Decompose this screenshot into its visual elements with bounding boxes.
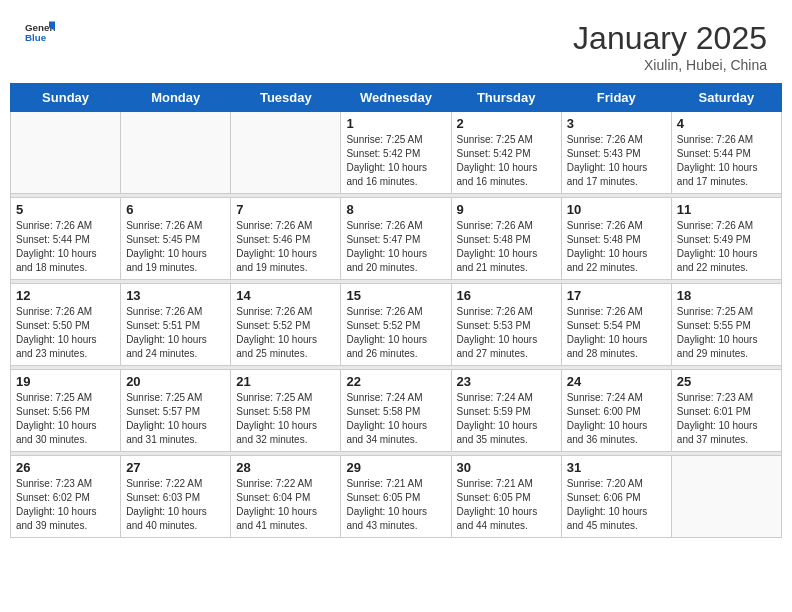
cell-info: Sunrise: 7:26 AM Sunset: 5:51 PM Dayligh… xyxy=(126,305,225,361)
cell-info: Sunrise: 7:25 AM Sunset: 5:55 PM Dayligh… xyxy=(677,305,776,361)
cell-info: Sunrise: 7:20 AM Sunset: 6:06 PM Dayligh… xyxy=(567,477,666,533)
cell-w4-d6: 24Sunrise: 7:24 AM Sunset: 6:00 PM Dayli… xyxy=(561,370,671,452)
cell-info: Sunrise: 7:23 AM Sunset: 6:02 PM Dayligh… xyxy=(16,477,115,533)
day-number: 12 xyxy=(16,288,115,303)
cell-info: Sunrise: 7:24 AM Sunset: 5:58 PM Dayligh… xyxy=(346,391,445,447)
day-number: 3 xyxy=(567,116,666,131)
title-block: January 2025 Xiulin, Hubei, China xyxy=(573,20,767,73)
cell-w4-d3: 21Sunrise: 7:25 AM Sunset: 5:58 PM Dayli… xyxy=(231,370,341,452)
day-number: 24 xyxy=(567,374,666,389)
day-number: 6 xyxy=(126,202,225,217)
day-number: 1 xyxy=(346,116,445,131)
cell-info: Sunrise: 7:26 AM Sunset: 5:48 PM Dayligh… xyxy=(457,219,556,275)
cell-w2-d5: 9Sunrise: 7:26 AM Sunset: 5:48 PM Daylig… xyxy=(451,198,561,280)
week-row-5: 26Sunrise: 7:23 AM Sunset: 6:02 PM Dayli… xyxy=(11,456,782,538)
cell-w1-d7: 4Sunrise: 7:26 AM Sunset: 5:44 PM Daylig… xyxy=(671,112,781,194)
cell-info: Sunrise: 7:26 AM Sunset: 5:44 PM Dayligh… xyxy=(677,133,776,189)
calendar-subtitle: Xiulin, Hubei, China xyxy=(573,57,767,73)
week-row-1: 1Sunrise: 7:25 AM Sunset: 5:42 PM Daylig… xyxy=(11,112,782,194)
cell-info: Sunrise: 7:23 AM Sunset: 6:01 PM Dayligh… xyxy=(677,391,776,447)
cell-w5-d6: 31Sunrise: 7:20 AM Sunset: 6:06 PM Dayli… xyxy=(561,456,671,538)
cell-w2-d2: 6Sunrise: 7:26 AM Sunset: 5:45 PM Daylig… xyxy=(121,198,231,280)
cell-w3-d6: 17Sunrise: 7:26 AM Sunset: 5:54 PM Dayli… xyxy=(561,284,671,366)
page-header: General Blue January 2025 Xiulin, Hubei,… xyxy=(10,10,782,78)
cell-info: Sunrise: 7:26 AM Sunset: 5:53 PM Dayligh… xyxy=(457,305,556,361)
calendar-title: January 2025 xyxy=(573,20,767,57)
cell-info: Sunrise: 7:26 AM Sunset: 5:54 PM Dayligh… xyxy=(567,305,666,361)
cell-info: Sunrise: 7:26 AM Sunset: 5:44 PM Dayligh… xyxy=(16,219,115,275)
day-number: 21 xyxy=(236,374,335,389)
header-sunday: Sunday xyxy=(11,84,121,112)
cell-w4-d1: 19Sunrise: 7:25 AM Sunset: 5:56 PM Dayli… xyxy=(11,370,121,452)
cell-w1-d2 xyxy=(121,112,231,194)
cell-info: Sunrise: 7:24 AM Sunset: 6:00 PM Dayligh… xyxy=(567,391,666,447)
header-friday: Friday xyxy=(561,84,671,112)
cell-w3-d5: 16Sunrise: 7:26 AM Sunset: 5:53 PM Dayli… xyxy=(451,284,561,366)
cell-w5-d4: 29Sunrise: 7:21 AM Sunset: 6:05 PM Dayli… xyxy=(341,456,451,538)
day-number: 5 xyxy=(16,202,115,217)
cell-w4-d7: 25Sunrise: 7:23 AM Sunset: 6:01 PM Dayli… xyxy=(671,370,781,452)
calendar-table: Sunday Monday Tuesday Wednesday Thursday… xyxy=(10,83,782,538)
day-number: 15 xyxy=(346,288,445,303)
cell-w2-d7: 11Sunrise: 7:26 AM Sunset: 5:49 PM Dayli… xyxy=(671,198,781,280)
cell-info: Sunrise: 7:25 AM Sunset: 5:42 PM Dayligh… xyxy=(346,133,445,189)
day-number: 16 xyxy=(457,288,556,303)
cell-info: Sunrise: 7:26 AM Sunset: 5:52 PM Dayligh… xyxy=(346,305,445,361)
cell-w5-d1: 26Sunrise: 7:23 AM Sunset: 6:02 PM Dayli… xyxy=(11,456,121,538)
cell-w2-d3: 7Sunrise: 7:26 AM Sunset: 5:46 PM Daylig… xyxy=(231,198,341,280)
cell-w3-d3: 14Sunrise: 7:26 AM Sunset: 5:52 PM Dayli… xyxy=(231,284,341,366)
week-row-4: 19Sunrise: 7:25 AM Sunset: 5:56 PM Dayli… xyxy=(11,370,782,452)
day-number: 30 xyxy=(457,460,556,475)
cell-w2-d1: 5Sunrise: 7:26 AM Sunset: 5:44 PM Daylig… xyxy=(11,198,121,280)
day-number: 31 xyxy=(567,460,666,475)
cell-w1-d1 xyxy=(11,112,121,194)
day-number: 22 xyxy=(346,374,445,389)
week-row-3: 12Sunrise: 7:26 AM Sunset: 5:50 PM Dayli… xyxy=(11,284,782,366)
cell-w1-d4: 1Sunrise: 7:25 AM Sunset: 5:42 PM Daylig… xyxy=(341,112,451,194)
header-thursday: Thursday xyxy=(451,84,561,112)
cell-w3-d1: 12Sunrise: 7:26 AM Sunset: 5:50 PM Dayli… xyxy=(11,284,121,366)
week-row-2: 5Sunrise: 7:26 AM Sunset: 5:44 PM Daylig… xyxy=(11,198,782,280)
header-monday: Monday xyxy=(121,84,231,112)
day-number: 26 xyxy=(16,460,115,475)
header-tuesday: Tuesday xyxy=(231,84,341,112)
cell-w4-d5: 23Sunrise: 7:24 AM Sunset: 5:59 PM Dayli… xyxy=(451,370,561,452)
cell-w2-d4: 8Sunrise: 7:26 AM Sunset: 5:47 PM Daylig… xyxy=(341,198,451,280)
cell-w1-d3 xyxy=(231,112,341,194)
cell-info: Sunrise: 7:21 AM Sunset: 6:05 PM Dayligh… xyxy=(457,477,556,533)
cell-w5-d5: 30Sunrise: 7:21 AM Sunset: 6:05 PM Dayli… xyxy=(451,456,561,538)
cell-w1-d6: 3Sunrise: 7:26 AM Sunset: 5:43 PM Daylig… xyxy=(561,112,671,194)
day-number: 9 xyxy=(457,202,556,217)
cell-info: Sunrise: 7:26 AM Sunset: 5:49 PM Dayligh… xyxy=(677,219,776,275)
cell-info: Sunrise: 7:26 AM Sunset: 5:43 PM Dayligh… xyxy=(567,133,666,189)
cell-info: Sunrise: 7:26 AM Sunset: 5:46 PM Dayligh… xyxy=(236,219,335,275)
cell-w4-d2: 20Sunrise: 7:25 AM Sunset: 5:57 PM Dayli… xyxy=(121,370,231,452)
cell-info: Sunrise: 7:25 AM Sunset: 5:58 PM Dayligh… xyxy=(236,391,335,447)
cell-w5-d7 xyxy=(671,456,781,538)
cell-info: Sunrise: 7:25 AM Sunset: 5:57 PM Dayligh… xyxy=(126,391,225,447)
cell-info: Sunrise: 7:26 AM Sunset: 5:45 PM Dayligh… xyxy=(126,219,225,275)
cell-info: Sunrise: 7:26 AM Sunset: 5:52 PM Dayligh… xyxy=(236,305,335,361)
cell-w3-d4: 15Sunrise: 7:26 AM Sunset: 5:52 PM Dayli… xyxy=(341,284,451,366)
day-number: 17 xyxy=(567,288,666,303)
cell-info: Sunrise: 7:22 AM Sunset: 6:04 PM Dayligh… xyxy=(236,477,335,533)
header-saturday: Saturday xyxy=(671,84,781,112)
cell-info: Sunrise: 7:26 AM Sunset: 5:50 PM Dayligh… xyxy=(16,305,115,361)
cell-w5-d2: 27Sunrise: 7:22 AM Sunset: 6:03 PM Dayli… xyxy=(121,456,231,538)
cell-info: Sunrise: 7:21 AM Sunset: 6:05 PM Dayligh… xyxy=(346,477,445,533)
logo-icon: General Blue xyxy=(25,20,55,44)
day-number: 2 xyxy=(457,116,556,131)
svg-text:Blue: Blue xyxy=(25,32,47,43)
day-number: 20 xyxy=(126,374,225,389)
cell-w3-d7: 18Sunrise: 7:25 AM Sunset: 5:55 PM Dayli… xyxy=(671,284,781,366)
day-number: 19 xyxy=(16,374,115,389)
day-number: 28 xyxy=(236,460,335,475)
day-number: 14 xyxy=(236,288,335,303)
cell-info: Sunrise: 7:25 AM Sunset: 5:42 PM Dayligh… xyxy=(457,133,556,189)
day-number: 23 xyxy=(457,374,556,389)
day-number: 29 xyxy=(346,460,445,475)
day-number: 18 xyxy=(677,288,776,303)
day-number: 8 xyxy=(346,202,445,217)
day-number: 27 xyxy=(126,460,225,475)
header-wednesday: Wednesday xyxy=(341,84,451,112)
